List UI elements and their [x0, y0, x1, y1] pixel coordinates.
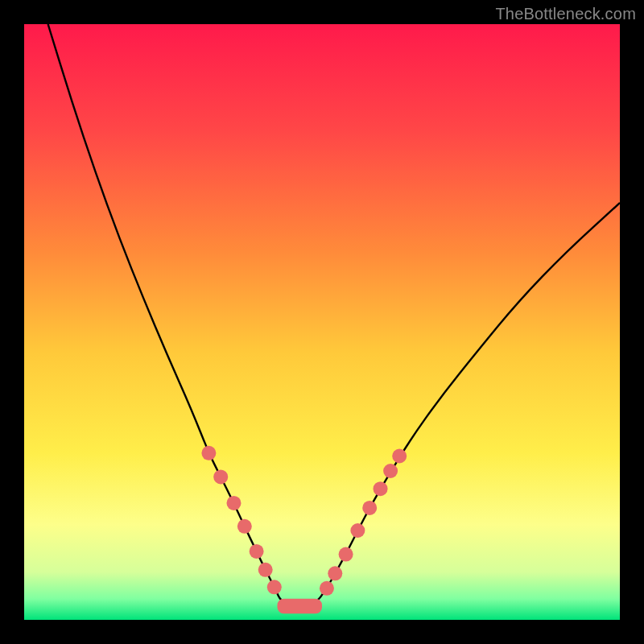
curve-dot — [374, 481, 388, 496]
bottleneck-chart — [24, 24, 620, 620]
curve-dot — [350, 523, 365, 538]
curve-dot — [258, 563, 273, 577]
curve-dot — [320, 581, 334, 596]
gradient-background — [24, 24, 620, 620]
curve-dot — [362, 501, 377, 515]
plot-area — [24, 24, 620, 620]
curve-dot — [213, 469, 228, 484]
curve-dot — [267, 580, 282, 594]
curve-dot — [237, 519, 252, 534]
curve-dot — [392, 449, 407, 464]
chart-frame: TheBottleneck.com — [0, 0, 644, 644]
bottom-band — [278, 599, 323, 614]
curve-dot — [383, 464, 398, 478]
curve-dot — [250, 544, 264, 559]
curve-dot — [328, 566, 342, 580]
watermark-text: TheBottleneck.com — [495, 5, 636, 23]
curve-dot — [226, 496, 241, 510]
curve-dot — [339, 547, 353, 562]
curve-dot — [201, 446, 216, 460]
